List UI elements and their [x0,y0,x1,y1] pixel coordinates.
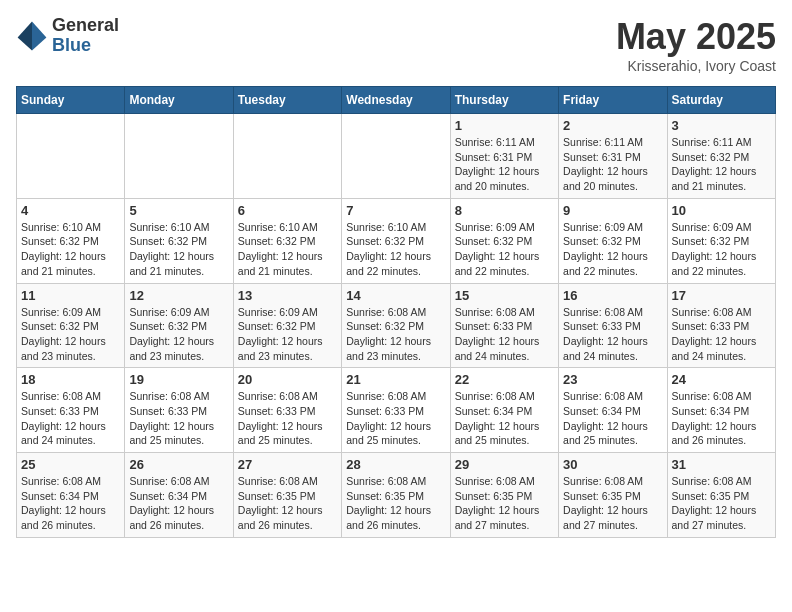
table-row: 16Sunrise: 6:08 AMSunset: 6:33 PMDayligh… [559,283,667,368]
day-number: 23 [563,372,662,387]
day-info: Sunrise: 6:11 AMSunset: 6:31 PMDaylight:… [563,135,662,194]
day-number: 21 [346,372,445,387]
table-row: 13Sunrise: 6:09 AMSunset: 6:32 PMDayligh… [233,283,341,368]
calendar-week-row: 4Sunrise: 6:10 AMSunset: 6:32 PMDaylight… [17,198,776,283]
day-number: 9 [563,203,662,218]
calendar-week-row: 11Sunrise: 6:09 AMSunset: 6:32 PMDayligh… [17,283,776,368]
day-info: Sunrise: 6:08 AMSunset: 6:35 PMDaylight:… [455,474,554,533]
day-info: Sunrise: 6:08 AMSunset: 6:35 PMDaylight:… [672,474,771,533]
calendar-week-row: 18Sunrise: 6:08 AMSunset: 6:33 PMDayligh… [17,368,776,453]
table-row: 31Sunrise: 6:08 AMSunset: 6:35 PMDayligh… [667,453,775,538]
day-info: Sunrise: 6:08 AMSunset: 6:35 PMDaylight:… [346,474,445,533]
day-number: 2 [563,118,662,133]
logo: General Blue [16,16,119,56]
calendar-week-row: 1Sunrise: 6:11 AMSunset: 6:31 PMDaylight… [17,114,776,199]
table-row: 11Sunrise: 6:09 AMSunset: 6:32 PMDayligh… [17,283,125,368]
table-row: 6Sunrise: 6:10 AMSunset: 6:32 PMDaylight… [233,198,341,283]
calendar-table: SundayMondayTuesdayWednesdayThursdayFrid… [16,86,776,538]
day-number: 7 [346,203,445,218]
table-row: 12Sunrise: 6:09 AMSunset: 6:32 PMDayligh… [125,283,233,368]
table-row [233,114,341,199]
weekday-header: Tuesday [233,87,341,114]
table-row: 8Sunrise: 6:09 AMSunset: 6:32 PMDaylight… [450,198,558,283]
table-row: 23Sunrise: 6:08 AMSunset: 6:34 PMDayligh… [559,368,667,453]
day-info: Sunrise: 6:08 AMSunset: 6:33 PMDaylight:… [563,305,662,364]
table-row: 20Sunrise: 6:08 AMSunset: 6:33 PMDayligh… [233,368,341,453]
day-info: Sunrise: 6:10 AMSunset: 6:32 PMDaylight:… [238,220,337,279]
table-row: 17Sunrise: 6:08 AMSunset: 6:33 PMDayligh… [667,283,775,368]
day-number: 12 [129,288,228,303]
day-number: 30 [563,457,662,472]
table-row: 19Sunrise: 6:08 AMSunset: 6:33 PMDayligh… [125,368,233,453]
calendar-week-row: 25Sunrise: 6:08 AMSunset: 6:34 PMDayligh… [17,453,776,538]
svg-marker-2 [18,21,32,50]
table-row: 18Sunrise: 6:08 AMSunset: 6:33 PMDayligh… [17,368,125,453]
weekday-header: Saturday [667,87,775,114]
day-number: 4 [21,203,120,218]
day-number: 15 [455,288,554,303]
weekday-header: Monday [125,87,233,114]
day-number: 14 [346,288,445,303]
day-info: Sunrise: 6:09 AMSunset: 6:32 PMDaylight:… [129,305,228,364]
day-number: 22 [455,372,554,387]
day-info: Sunrise: 6:08 AMSunset: 6:35 PMDaylight:… [563,474,662,533]
day-number: 1 [455,118,554,133]
day-info: Sunrise: 6:08 AMSunset: 6:35 PMDaylight:… [238,474,337,533]
day-info: Sunrise: 6:10 AMSunset: 6:32 PMDaylight:… [346,220,445,279]
day-number: 26 [129,457,228,472]
table-row: 25Sunrise: 6:08 AMSunset: 6:34 PMDayligh… [17,453,125,538]
day-number: 11 [21,288,120,303]
table-row: 10Sunrise: 6:09 AMSunset: 6:32 PMDayligh… [667,198,775,283]
day-number: 19 [129,372,228,387]
table-row: 4Sunrise: 6:10 AMSunset: 6:32 PMDaylight… [17,198,125,283]
weekday-row: SundayMondayTuesdayWednesdayThursdayFrid… [17,87,776,114]
day-info: Sunrise: 6:09 AMSunset: 6:32 PMDaylight:… [563,220,662,279]
day-number: 18 [21,372,120,387]
svg-marker-1 [32,21,46,50]
calendar-subtitle: Krisserahio, Ivory Coast [616,58,776,74]
day-info: Sunrise: 6:09 AMSunset: 6:32 PMDaylight:… [455,220,554,279]
day-info: Sunrise: 6:08 AMSunset: 6:34 PMDaylight:… [563,389,662,448]
table-row [17,114,125,199]
day-number: 17 [672,288,771,303]
day-info: Sunrise: 6:09 AMSunset: 6:32 PMDaylight:… [21,305,120,364]
day-number: 28 [346,457,445,472]
day-info: Sunrise: 6:08 AMSunset: 6:33 PMDaylight:… [21,389,120,448]
logo-blue-text: Blue [52,36,119,56]
day-number: 27 [238,457,337,472]
calendar-body: 1Sunrise: 6:11 AMSunset: 6:31 PMDaylight… [17,114,776,538]
day-info: Sunrise: 6:08 AMSunset: 6:33 PMDaylight:… [129,389,228,448]
day-number: 31 [672,457,771,472]
day-number: 24 [672,372,771,387]
day-info: Sunrise: 6:08 AMSunset: 6:34 PMDaylight:… [455,389,554,448]
day-info: Sunrise: 6:08 AMSunset: 6:34 PMDaylight:… [129,474,228,533]
table-row: 21Sunrise: 6:08 AMSunset: 6:33 PMDayligh… [342,368,450,453]
page-header: General Blue May 2025 Krisserahio, Ivory… [16,16,776,74]
day-number: 25 [21,457,120,472]
title-block: May 2025 Krisserahio, Ivory Coast [616,16,776,74]
table-row: 28Sunrise: 6:08 AMSunset: 6:35 PMDayligh… [342,453,450,538]
weekday-header: Wednesday [342,87,450,114]
table-row: 22Sunrise: 6:08 AMSunset: 6:34 PMDayligh… [450,368,558,453]
day-info: Sunrise: 6:11 AMSunset: 6:32 PMDaylight:… [672,135,771,194]
day-info: Sunrise: 6:11 AMSunset: 6:31 PMDaylight:… [455,135,554,194]
logo-text: General Blue [52,16,119,56]
table-row: 24Sunrise: 6:08 AMSunset: 6:34 PMDayligh… [667,368,775,453]
table-row: 7Sunrise: 6:10 AMSunset: 6:32 PMDaylight… [342,198,450,283]
calendar-header: SundayMondayTuesdayWednesdayThursdayFrid… [17,87,776,114]
day-info: Sunrise: 6:10 AMSunset: 6:32 PMDaylight:… [129,220,228,279]
day-number: 3 [672,118,771,133]
day-info: Sunrise: 6:08 AMSunset: 6:34 PMDaylight:… [672,389,771,448]
logo-icon [16,20,48,52]
day-info: Sunrise: 6:08 AMSunset: 6:32 PMDaylight:… [346,305,445,364]
day-info: Sunrise: 6:09 AMSunset: 6:32 PMDaylight:… [672,220,771,279]
weekday-header: Sunday [17,87,125,114]
table-row: 3Sunrise: 6:11 AMSunset: 6:32 PMDaylight… [667,114,775,199]
table-row: 15Sunrise: 6:08 AMSunset: 6:33 PMDayligh… [450,283,558,368]
table-row [125,114,233,199]
day-number: 10 [672,203,771,218]
table-row: 14Sunrise: 6:08 AMSunset: 6:32 PMDayligh… [342,283,450,368]
table-row: 27Sunrise: 6:08 AMSunset: 6:35 PMDayligh… [233,453,341,538]
day-info: Sunrise: 6:08 AMSunset: 6:33 PMDaylight:… [346,389,445,448]
table-row: 30Sunrise: 6:08 AMSunset: 6:35 PMDayligh… [559,453,667,538]
